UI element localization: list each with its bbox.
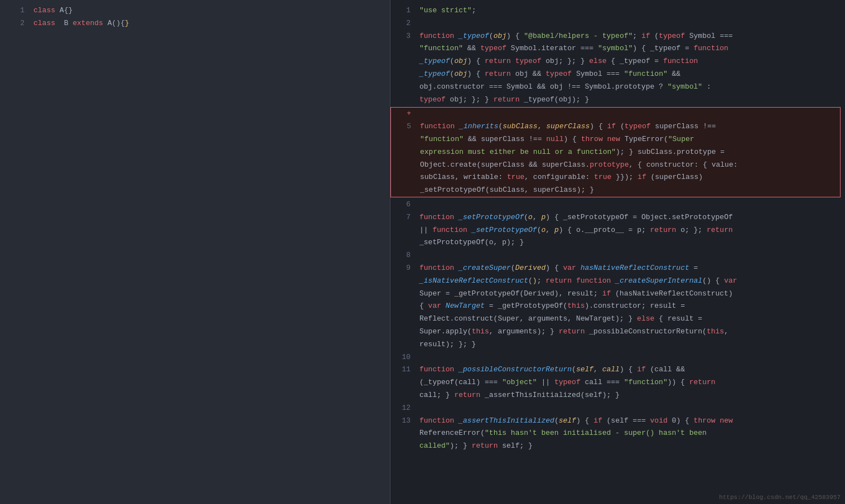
right-line-2: 2: [390, 17, 845, 30]
right-line-9g: 9 result); }; }: [390, 338, 845, 351]
right-line-13c: 13 called"); } return self; }: [390, 440, 845, 453]
right-line-13b: 13 ReferenceError("this hasn't been init…: [390, 427, 845, 440]
right-line-10: 10: [390, 351, 845, 364]
right-line-3c: 3 _typeof(obj) { return typeof obj; }; }…: [390, 55, 845, 68]
right-line-7c: 7 _setPrototypeOf(o, p); }: [390, 236, 845, 249]
right-line-8: 8: [390, 249, 845, 262]
right-line-12: 12: [390, 402, 845, 415]
left-line-1: 1 class A{}: [0, 4, 390, 17]
right-line-5e: 5 subClass, writable: true, configurable…: [391, 171, 840, 184]
right-line-11c: 11 call; } return _assertThisInitialized…: [390, 389, 845, 402]
right-line-3e: 3 obj.constructor === Symbol && obj !== …: [390, 81, 845, 94]
right-line-5f: 5 _setPrototypeOf(subClass, superClass);…: [391, 184, 840, 197]
right-panel: 1 "use strict"; 2 3 function _typeof(obj…: [390, 0, 845, 504]
right-line-3: 3 function _typeof(obj) { "@babel/helper…: [390, 30, 845, 43]
right-line-9c: 9 Super = _getPrototypeOf(Derived), resu…: [390, 288, 845, 301]
right-line-4-marker: +: [391, 108, 840, 120]
left-panel: 1 class A{} 2 class B extends A(){}: [0, 0, 390, 504]
right-line-6: 6: [390, 198, 845, 211]
right-line-9f: 9 Super.apply(this, arguments); } return…: [390, 326, 845, 338]
right-line-9d: 9 { var NewTarget = _getPrototypeOf(this…: [390, 300, 845, 313]
right-line-5d: 5 Object.create(superClass && superClass…: [391, 159, 840, 172]
left-line-2: 2 class B extends A(){}: [0, 17, 390, 30]
right-line-9e: 9 Reflect.construct(Super, arguments, Ne…: [390, 313, 845, 326]
right-line-5: 5 function _inherits(subClass, superClas…: [391, 120, 840, 133]
right-line-11: 11 function _possibleConstructorReturn(s…: [390, 364, 845, 376]
right-line-13: 13 function _assertThisInitialized(self)…: [390, 415, 845, 428]
right-line-9b: 9 _isNativeReflectConstruct(); return fu…: [390, 275, 845, 288]
right-line-7: 7 function _setPrototypeOf(o, p) { _setP…: [390, 211, 845, 224]
right-line-5c: 5 expression must either be null or a fu…: [391, 146, 840, 159]
right-line-3b: 3 "function" && typeof Symbol.iterator =…: [390, 42, 845, 55]
right-line-3f: 3 typeof obj; }; } return _typeof(obj); …: [390, 94, 845, 106]
right-line-5b: 5 "function" && superClass !== null) { t…: [391, 133, 840, 146]
highlighted-block: + 5 function _inherits(subClass, superCl…: [390, 107, 841, 197]
right-line-1: 1 "use strict";: [390, 4, 845, 17]
right-line-9: 9 function _createSuper(Derived) { var h…: [390, 262, 845, 275]
right-line-3d: 3 _typeof(obj) { return obj && typeof Sy…: [390, 68, 845, 81]
right-line-11b: 11 (_typeof(call) === "object" || typeof…: [390, 376, 845, 389]
right-line-7b: 7 || function _setPrototypeOf(o, p) { o.…: [390, 224, 845, 237]
watermark: https://blog.csdn.net/qq_42583957: [719, 494, 841, 501]
